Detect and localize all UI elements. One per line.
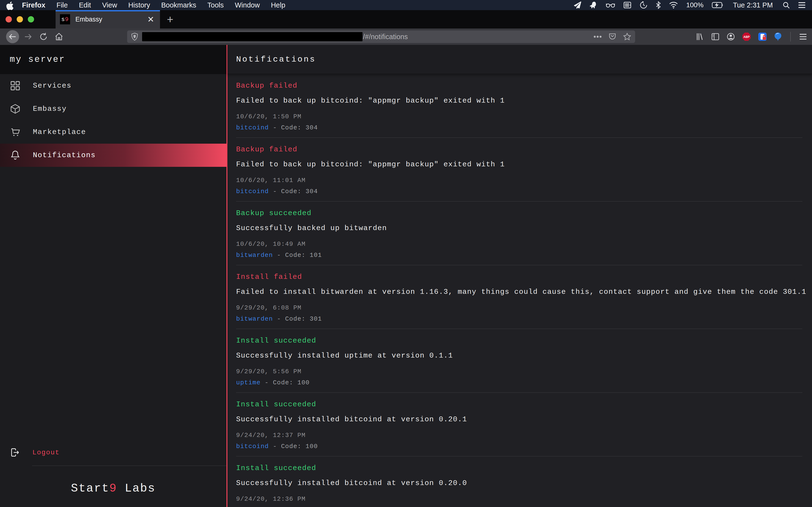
sidebar-footer-divider <box>32 465 226 466</box>
new-tab-button[interactable]: + <box>160 10 180 29</box>
url-path: /#/notifications <box>363 33 408 41</box>
pocket-icon[interactable] <box>609 33 616 41</box>
battery-icon[interactable] <box>712 1 723 9</box>
notification-message: Successfully backed up bitwarden <box>236 224 802 232</box>
menu-bar-clock[interactable]: Tue 2:31 PM <box>733 1 773 9</box>
notification-title: Install succeeded <box>236 336 802 345</box>
account-icon[interactable] <box>726 32 735 41</box>
sidebar-toggle-icon[interactable] <box>711 32 720 41</box>
hamburger-menu-icon[interactable] <box>799 33 807 40</box>
notification-item: Install failed Failed to install bitward… <box>227 265 812 329</box>
bookmark-star-icon[interactable] <box>623 33 631 41</box>
notification-timestamp: 9/24/20, 12:36 PM <box>236 495 802 503</box>
service-link[interactable]: bitwarden <box>236 251 273 259</box>
glasses-icon[interactable] <box>606 1 615 9</box>
notification-list: Backup failed Failed to back up bitcoind… <box>227 74 812 507</box>
menu-item-history[interactable]: History <box>123 1 156 9</box>
battery-percent: 100% <box>686 1 704 9</box>
tab-embassy[interactable]: s9 Embassy ✕ <box>56 10 160 29</box>
service-link[interactable]: bitcoind <box>236 443 269 450</box>
search-icon[interactable] <box>782 1 790 9</box>
notification-title: Install succeeded <box>236 400 802 409</box>
notification-timestamp: 10/6/20, 11:01 AM <box>236 176 802 184</box>
minimize-window-button[interactable] <box>17 16 23 22</box>
sidebar-menu: Services Embassy Marketplace Notificatio… <box>0 74 226 507</box>
adblock-abp-icon[interactable]: ABP <box>742 32 751 41</box>
notification-item: Backup failed Failed to back up bitcoind… <box>227 138 812 202</box>
notification-code: bitcoind - Code: 100 <box>236 443 802 450</box>
notification-timestamp: 9/29/20, 5:56 PM <box>236 368 802 376</box>
service-link[interactable]: bitcoind <box>236 188 269 195</box>
notification-message: Successfully installed bitcoind at versi… <box>236 415 802 424</box>
tab-title: Embassy <box>75 16 146 23</box>
notification-title: Install succeeded <box>236 464 802 472</box>
logout-label: Logout <box>33 449 60 456</box>
notification-timestamp: 9/29/20, 6:08 PM <box>236 304 802 312</box>
balloon-extension-icon[interactable] <box>774 32 782 41</box>
bluetooth-icon[interactable] <box>656 1 661 9</box>
sidebar: my server Services Embassy Marketplace N… <box>0 45 226 507</box>
menu-item-edit[interactable]: Edit <box>73 1 96 9</box>
back-button[interactable] <box>5 30 20 44</box>
screen: FirefoxFileEditViewHistoryBookmarksTools… <box>0 0 812 507</box>
notification-timestamp: 9/24/20, 12:37 PM <box>236 432 802 439</box>
macos-menu-bar: FirefoxFileEditViewHistoryBookmarksTools… <box>0 0 812 10</box>
menu-item-file[interactable]: File <box>51 1 73 9</box>
embassy-app: my server Services Embassy Marketplace N… <box>0 45 812 507</box>
sidebar-item-embassy[interactable]: Embassy <box>0 97 226 120</box>
wifi-icon[interactable] <box>669 1 678 9</box>
zoom-window-button[interactable] <box>28 16 34 22</box>
url-redacted-region <box>142 32 362 41</box>
notification-message: Successfully installed bitcoind at versi… <box>236 479 802 488</box>
close-window-button[interactable] <box>6 16 12 22</box>
home-button[interactable] <box>51 30 67 44</box>
menu-item-bookmarks[interactable]: Bookmarks <box>156 1 202 9</box>
display-icon[interactable] <box>623 1 631 9</box>
service-link[interactable]: bitwarden <box>236 315 273 323</box>
notification-code: bitwarden - Code: 301 <box>236 315 802 323</box>
sidebar-item-label: Services <box>33 81 71 90</box>
service-link[interactable]: uptime <box>236 379 260 386</box>
time-machine-icon[interactable] <box>640 1 648 9</box>
service-link[interactable]: bitcoind <box>236 124 269 131</box>
cube-icon <box>10 103 21 114</box>
forward-button[interactable] <box>20 30 36 44</box>
notification-title: Backup succeeded <box>236 209 802 218</box>
menu-item-help[interactable]: Help <box>265 1 291 9</box>
list-icon[interactable] <box>798 1 806 9</box>
apple-menu-icon[interactable] <box>6 1 13 9</box>
send-icon[interactable] <box>574 1 581 9</box>
logout-button[interactable]: Logout <box>0 443 226 462</box>
shield-icon[interactable] <box>131 33 138 41</box>
reload-button[interactable] <box>36 30 51 44</box>
notification-message: Failed to back up bitcoind: "appmgr back… <box>236 96 802 105</box>
menu-item-view[interactable]: View <box>96 1 122 9</box>
notification-title: Install failed <box>236 273 802 281</box>
toolbar-separator <box>790 32 791 42</box>
menu-item-tools[interactable]: Tools <box>202 1 230 9</box>
url-bar[interactable]: /#/notifications <box>127 31 635 43</box>
content: Notifications Backup failed Failed to ba… <box>227 45 812 507</box>
exit-icon <box>10 447 20 457</box>
notification-timestamp: 10/6/20, 1:50 PM <box>236 113 802 120</box>
sidebar-item-marketplace[interactable]: Marketplace <box>0 120 226 144</box>
sidebar-item-services[interactable]: Services <box>0 74 226 97</box>
bird-icon[interactable] <box>590 1 598 9</box>
page-actions <box>594 33 631 41</box>
tab-close-icon[interactable]: ✕ <box>146 14 155 24</box>
svg-text:ABP: ABP <box>743 35 749 39</box>
notification-item: Install succeeded Successfully installed… <box>227 393 812 457</box>
toolbar-right: ABP <box>696 32 807 42</box>
menu-item-firefox[interactable]: Firefox <box>16 1 51 9</box>
sidebar-item-notifications[interactable]: Notifications <box>0 144 226 167</box>
sidebar-item-label: Marketplace <box>33 128 86 136</box>
notification-message: Failed to install bitwarden at version 1… <box>236 288 802 296</box>
notification-message: Successfully installed uptime at version… <box>236 351 802 360</box>
library-icon[interactable] <box>696 32 704 41</box>
s9-favicon: s9 <box>60 14 70 24</box>
notification-item: Install succeeded Successfully installed… <box>227 457 812 507</box>
page-actions-icon[interactable] <box>594 36 602 38</box>
notification-code: bitwarden - Code: 101 <box>236 251 802 259</box>
lock-extension-icon[interactable] <box>758 32 767 41</box>
menu-item-window[interactable]: Window <box>230 1 265 9</box>
